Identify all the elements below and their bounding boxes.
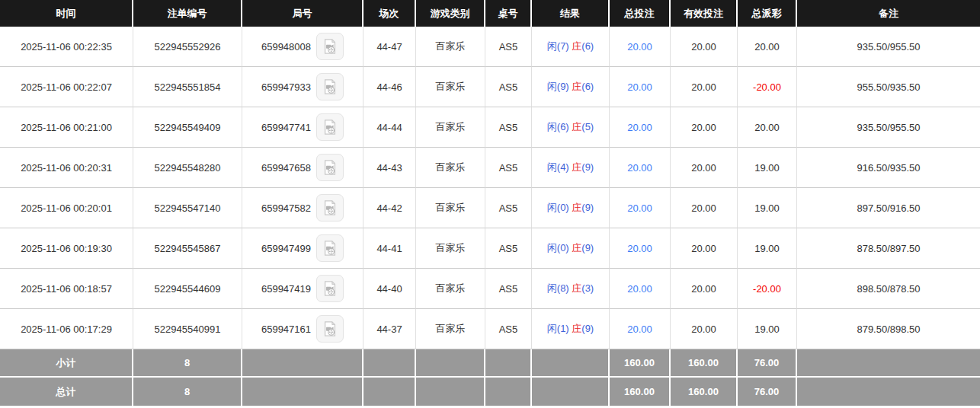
- video-replay-icon-button[interactable]: [316, 154, 344, 181]
- video-replay-icon-button[interactable]: [316, 73, 344, 100]
- cell-bet-id: 522945551854: [133, 67, 242, 107]
- cell-round-id: 659947933: [242, 67, 363, 107]
- cell-remark: 955.50/935.50: [797, 67, 980, 107]
- cell-table-no: AS5: [485, 67, 532, 107]
- round-id-wrap: 659947933: [261, 73, 344, 100]
- cell-bet-id: 522945544609: [133, 269, 242, 309]
- cell-bet-id: 522945547140: [133, 188, 242, 228]
- footer-empty-result: [532, 378, 610, 406]
- cell-game-type: 百家乐: [416, 27, 485, 67]
- result-player: 闲(9): [547, 81, 569, 92]
- column-header-bet-id: 注单编号: [133, 0, 242, 27]
- cell-payout: 19.00: [738, 148, 797, 188]
- video-replay-icon: [322, 280, 338, 297]
- bet-history-table: 时间注单编号局号场次游戏类别桌号结果总投注有效投注总派彩备注 2025-11-0…: [0, 0, 980, 406]
- column-header-result: 结果: [532, 0, 610, 27]
- video-replay-icon: [322, 240, 338, 257]
- cell-time: 2025-11-06 00:17:29: [0, 309, 133, 349]
- cell-remark: 879.50/898.50: [797, 309, 980, 349]
- column-header-total-bet: 总投注: [610, 0, 671, 27]
- cell-total-bet: 20.00: [610, 188, 671, 228]
- cell-bet-id: 522945549409: [133, 107, 242, 148]
- result-banker-score: (9): [581, 323, 594, 334]
- cell-session: 44-46: [363, 67, 416, 107]
- cell-result: 闲(0) 庄(9): [532, 188, 610, 228]
- footer-empty-session: [363, 349, 416, 378]
- column-header-valid-bet: 有效投注: [671, 0, 738, 27]
- cell-bet-id: 522945552926: [133, 27, 242, 67]
- round-id-value: 659947582: [261, 202, 311, 214]
- header-row: 时间注单编号局号场次游戏类别桌号结果总投注有效投注总派彩备注: [0, 0, 980, 27]
- round-id-wrap: 659947161: [261, 315, 344, 343]
- result-banker-label: 庄: [572, 81, 581, 92]
- cell-valid-bet: 20.00: [671, 27, 738, 67]
- footer-payout: 76.00: [738, 349, 797, 378]
- result-banker-score: (6): [581, 81, 594, 92]
- cell-result: 闲(6) 庄(5): [532, 107, 610, 148]
- round-id-wrap: 659947741: [261, 113, 344, 141]
- cell-game-type: 百家乐: [416, 269, 485, 309]
- video-replay-icon-button[interactable]: [316, 33, 344, 60]
- round-id-wrap: 659947499: [261, 234, 344, 262]
- cell-payout: 20.00: [738, 107, 797, 148]
- footer-empty-result: [532, 349, 610, 378]
- video-replay-icon-button[interactable]: [316, 194, 344, 222]
- video-replay-icon-button[interactable]: [316, 113, 344, 141]
- cell-round-id: 659948008: [242, 27, 363, 67]
- footer-label: 小计: [0, 349, 133, 378]
- cell-session: 44-37: [363, 309, 416, 349]
- video-replay-icon-button[interactable]: [316, 234, 344, 262]
- result-player: 闲(8): [547, 282, 569, 294]
- result-banker-label: 庄: [572, 202, 581, 213]
- round-id-wrap: 659948008: [261, 33, 344, 60]
- cell-total-bet: 20.00: [610, 309, 671, 349]
- result-banker-label: 庄: [572, 282, 581, 294]
- table-row: 2025-11-06 00:22:07522945551854659947933…: [0, 67, 980, 107]
- cell-payout: -20.00: [738, 269, 797, 309]
- cell-time: 2025-11-06 00:19:30: [0, 228, 133, 269]
- column-header-payout: 总派彩: [738, 0, 797, 27]
- video-replay-icon-button[interactable]: [316, 315, 344, 343]
- cell-valid-bet: 20.00: [671, 148, 738, 188]
- result-banker-label: 庄: [572, 40, 581, 52]
- result-player: 闲(4): [547, 161, 569, 173]
- video-replay-icon: [322, 320, 338, 337]
- cell-round-id: 659947741: [242, 107, 363, 148]
- footer-valid-bet: 160.00: [671, 349, 738, 378]
- cell-session: 44-40: [363, 269, 416, 309]
- table-row: 2025-11-06 00:19:30522945545867659947499…: [0, 228, 980, 269]
- result-banker-label: 庄: [572, 323, 581, 334]
- video-replay-icon-button[interactable]: [316, 275, 344, 302]
- subtotal-row: 小计8160.00160.0076.00: [0, 349, 980, 378]
- cell-payout: 20.00: [738, 27, 797, 67]
- cell-time: 2025-11-06 00:18:57: [0, 269, 133, 309]
- cell-time: 2025-11-06 00:22:07: [0, 67, 133, 107]
- cell-remark: 898.50/878.50: [797, 269, 980, 309]
- cell-valid-bet: 20.00: [671, 107, 738, 148]
- grandtotal-row: 总计8160.00160.0076.00: [0, 378, 980, 406]
- video-replay-icon: [322, 199, 338, 216]
- result-player: 闲(0): [547, 242, 569, 253]
- cell-valid-bet: 20.00: [671, 67, 738, 107]
- round-id-value: 659948008: [261, 41, 311, 53]
- cell-remark: 878.50/897.50: [797, 228, 980, 269]
- table-body: 2025-11-06 00:22:35522945552926659948008…: [0, 27, 980, 349]
- cell-bet-id: 522945540991: [133, 309, 242, 349]
- footer-count: 8: [133, 378, 242, 406]
- footer-empty-game-type: [416, 378, 485, 406]
- footer-empty-session: [363, 378, 416, 406]
- table-row: 2025-11-06 00:21:00522945549409659947741…: [0, 107, 980, 148]
- table-row: 2025-11-06 00:20:31522945548280659947658…: [0, 148, 980, 188]
- cell-payout: 19.00: [738, 228, 797, 269]
- round-id-wrap: 659947582: [261, 194, 344, 222]
- cell-table-no: AS5: [485, 309, 532, 349]
- cell-remark: 897.50/916.50: [797, 188, 980, 228]
- result-banker-score: (9): [581, 242, 594, 253]
- cell-result: 闲(7) 庄(6): [532, 27, 610, 67]
- result-banker-score: (9): [581, 161, 594, 173]
- footer-count: 8: [133, 349, 242, 378]
- cell-payout: 19.00: [738, 309, 797, 349]
- cell-time: 2025-11-06 00:20:31: [0, 148, 133, 188]
- cell-result: 闲(9) 庄(6): [532, 67, 610, 107]
- cell-total-bet: 20.00: [610, 148, 671, 188]
